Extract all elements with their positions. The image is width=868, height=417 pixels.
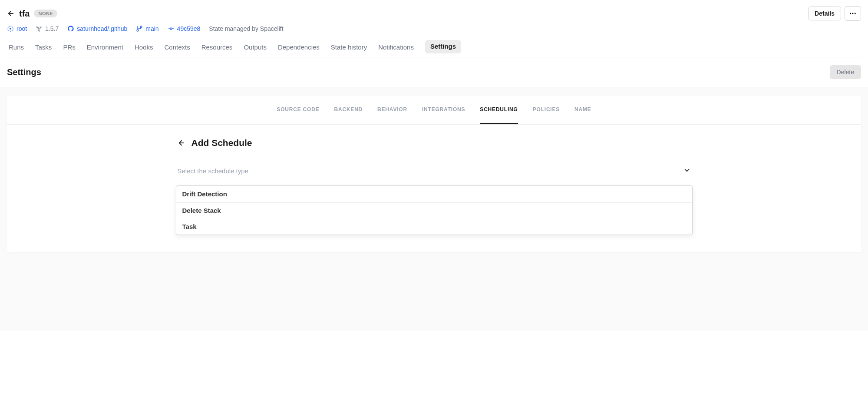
tab-contexts[interactable]: Contexts: [164, 40, 190, 57]
meta-commit[interactable]: 49c59e8: [168, 25, 201, 32]
tab-outputs[interactable]: Outputs: [244, 40, 267, 57]
option-delete-stack[interactable]: Delete Stack: [176, 202, 692, 218]
tab-tasks[interactable]: Tasks: [35, 40, 52, 57]
meta-repo[interactable]: saturnhead/.github: [67, 25, 127, 32]
more-menu-button[interactable]: [845, 6, 861, 21]
root-link[interactable]: root: [17, 25, 27, 32]
form-back-button[interactable]: [178, 139, 185, 147]
details-button[interactable]: Details: [808, 7, 841, 20]
tab-state-history[interactable]: State history: [331, 40, 367, 57]
settings-tab-source-code[interactable]: SOURCE CODE: [277, 96, 319, 124]
settings-tab-integrations[interactable]: INTEGRATIONS: [422, 96, 465, 124]
meta-row: root 1.5.7 saturnhead/.github main 49c59…: [7, 25, 861, 32]
settings-tab-policies[interactable]: POLICIES: [533, 96, 560, 124]
svg-point-6: [170, 28, 172, 30]
schedule-type-select[interactable]: Select the schedule type: [176, 162, 693, 180]
svg-point-2: [852, 13, 854, 14]
option-drift-detection[interactable]: Drift Detection: [176, 186, 692, 202]
terraform-icon: [36, 25, 43, 32]
meta-version: 1.5.7: [36, 25, 59, 32]
svg-point-5: [10, 28, 11, 30]
tab-environment[interactable]: Environment: [87, 40, 123, 57]
settings-tab-scheduling[interactable]: SCHEDULING: [480, 96, 518, 124]
svg-point-1: [850, 13, 851, 14]
space-icon: [7, 25, 14, 32]
tab-notifications[interactable]: Notifications: [378, 40, 414, 57]
tab-hooks[interactable]: Hooks: [135, 40, 153, 57]
commit-icon: [168, 25, 175, 32]
stack-name: tfa: [19, 9, 30, 19]
tab-dependencies[interactable]: Dependencies: [278, 40, 320, 57]
tab-settings[interactable]: Settings: [425, 40, 461, 53]
option-task[interactable]: Task: [176, 218, 692, 235]
dots-horizontal-icon: [849, 10, 857, 17]
tab-prs[interactable]: PRs: [63, 40, 75, 57]
meta-branch[interactable]: main: [136, 25, 158, 32]
meta-root[interactable]: root: [7, 25, 27, 32]
commit-link[interactable]: 49c59e8: [177, 25, 201, 32]
branch-icon: [136, 25, 143, 32]
settings-tab-behavior[interactable]: BEHAVIOR: [377, 96, 407, 124]
settings-tab-name[interactable]: NAME: [574, 96, 591, 124]
settings-tabs: SOURCE CODE BACKEND BEHAVIOR INTEGRATION…: [7, 96, 861, 125]
state-text: State managed by Spacelift: [209, 25, 283, 32]
settings-tab-backend[interactable]: BACKEND: [334, 96, 363, 124]
svg-point-3: [855, 13, 856, 14]
form-title: Add Schedule: [191, 138, 252, 148]
nav-tabs: Runs Tasks PRs Environment Hooks Context…: [7, 40, 861, 57]
github-icon: [67, 25, 74, 32]
tab-resources[interactable]: Resources: [201, 40, 233, 57]
version-text: 1.5.7: [45, 25, 59, 32]
status-badge: NONE: [34, 10, 57, 17]
page-title: Settings: [7, 67, 41, 77]
branch-link[interactable]: main: [145, 25, 158, 32]
chevron-down-icon: [683, 166, 691, 175]
repo-link[interactable]: saturnhead/.github: [77, 25, 127, 32]
delete-button[interactable]: Delete: [830, 65, 861, 79]
schedule-type-dropdown: Drift Detection Delete Stack Task: [176, 185, 693, 235]
select-placeholder: Select the schedule type: [178, 167, 248, 175]
back-arrow-icon[interactable]: [7, 10, 15, 17]
tab-runs[interactable]: Runs: [9, 40, 24, 57]
meta-state: State managed by Spacelift: [209, 25, 283, 32]
